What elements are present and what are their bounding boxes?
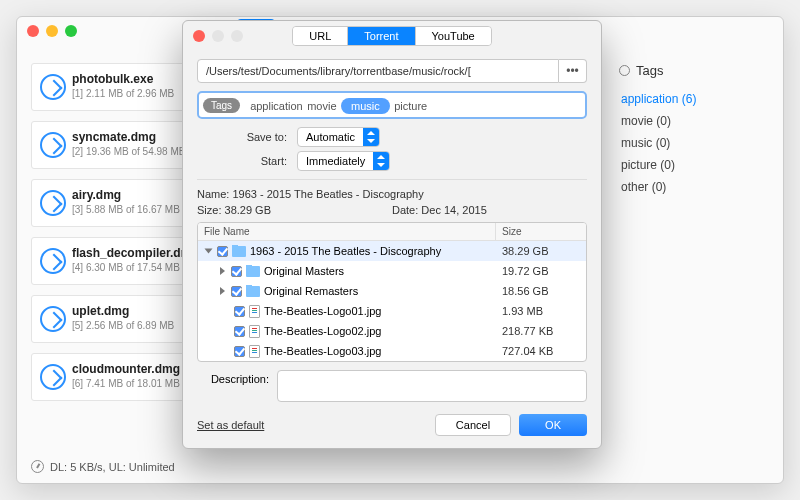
cancel-button[interactable]: Cancel [435, 414, 511, 436]
name-label: Name: [197, 188, 229, 200]
tag-selector[interactable]: Tags application movie music picture [197, 91, 587, 119]
size-value: 38.29 GB [225, 204, 271, 216]
download-progress-icon [40, 364, 66, 390]
download-name: cloudmounter.dmg [72, 362, 200, 376]
dialog-close-icon[interactable] [193, 30, 205, 42]
path-input[interactable] [197, 59, 559, 83]
file-icon [249, 325, 260, 338]
download-name: photobulk.exe [72, 72, 200, 86]
download-name: airy.dmg [72, 188, 200, 202]
download-progress-icon [40, 248, 66, 274]
window-controls [27, 25, 77, 37]
col-filename[interactable]: File Name [198, 223, 496, 240]
file-size: 727.04 KB [496, 345, 586, 357]
file-tree: File Name Size 1963 - 2015 The Beatles -… [197, 222, 587, 362]
file-row[interactable]: The-Beatles-Logo01.jpg1.93 MB [198, 301, 586, 321]
file-name: 1963 - 2015 The Beatles - Discography [250, 245, 441, 257]
dialog-minimize-icon [212, 30, 224, 42]
save-to-select[interactable]: Automatic [297, 127, 380, 147]
download-progress-icon [40, 306, 66, 332]
file-name: The-Beatles-Logo02.jpg [264, 325, 381, 337]
download-stats: [6] 7.41 MB of 18.01 MB [72, 378, 200, 389]
dialog-titlebar: URL Torrent YouTube [183, 21, 601, 51]
file-row[interactable]: Original Masters19.72 GB [198, 261, 586, 281]
download-name: flash_decompiler.dmg [72, 246, 200, 260]
tag-filter-music[interactable]: music (0) [619, 132, 769, 154]
tab-youtube[interactable]: YouTube [415, 27, 491, 45]
gauge-icon [31, 460, 44, 473]
download-stats: [1] 2.11 MB of 2.96 MB [72, 88, 200, 99]
status-text: DL: 5 KB/s, UL: Unlimited [50, 461, 175, 473]
file-row[interactable]: The-Beatles-Logo02.jpg218.77 KB [198, 321, 586, 341]
file-size: 18.56 GB [496, 285, 586, 297]
file-size: 218.77 KB [496, 325, 586, 337]
date-value: Dec 14, 2015 [421, 204, 486, 216]
file-checkbox[interactable] [234, 346, 245, 357]
date-label: Date: [392, 204, 418, 216]
disclosure-triangle-icon[interactable] [220, 267, 225, 275]
tags-label-chip: Tags [203, 98, 240, 113]
download-stats: [5] 2.56 MB of 6.89 MB [72, 320, 200, 331]
tag-filter-application[interactable]: application (6) [619, 88, 769, 110]
chevron-updown-icon [363, 128, 379, 146]
dialog-zoom-icon [231, 30, 243, 42]
description-label: Description: [197, 370, 277, 385]
file-checkbox[interactable] [231, 286, 242, 297]
tag-filter-picture[interactable]: picture (0) [619, 154, 769, 176]
folder-icon [246, 286, 260, 297]
file-name: Original Remasters [264, 285, 358, 297]
zoom-icon[interactable] [65, 25, 77, 37]
start-label: Start: [197, 155, 297, 167]
file-icon [249, 305, 260, 318]
file-row[interactable]: Original Remasters18.56 GB [198, 281, 586, 301]
tags-header: Tags [619, 63, 769, 78]
file-name: Original Masters [264, 265, 344, 277]
file-checkbox[interactable] [234, 326, 245, 337]
start-select[interactable]: Immediately [297, 151, 390, 171]
file-size: 38.29 GB [496, 245, 586, 257]
file-checkbox[interactable] [217, 246, 228, 257]
size-label: Size: [197, 204, 221, 216]
tags-icon [619, 65, 630, 76]
add-torrent-dialog: URL Torrent YouTube ••• Tags application… [182, 20, 602, 449]
set-default-link[interactable]: Set as default [197, 419, 264, 431]
name-value: 1963 - 2015 The Beatles - Discography [232, 188, 423, 200]
file-row[interactable]: 1963 - 2015 The Beatles - Discography38.… [198, 241, 586, 261]
save-to-label: Save to: [197, 131, 297, 143]
folder-icon [246, 266, 260, 277]
tag-option-music[interactable]: music [341, 98, 390, 114]
tab-torrent[interactable]: Torrent [347, 27, 414, 45]
tags-sidebar: Tags application (6)movie (0)music (0)pi… [619, 63, 769, 198]
download-stats: [4] 6.30 MB of 17.54 MB [72, 262, 200, 273]
download-progress-icon [40, 74, 66, 100]
download-stats: [3] 5.88 MB of 16.67 MB [72, 204, 200, 215]
tag-filter-other[interactable]: other (0) [619, 176, 769, 198]
description-input[interactable] [277, 370, 587, 402]
tag-filter-movie[interactable]: movie (0) [619, 110, 769, 132]
download-name: uplet.dmg [72, 304, 200, 318]
col-size[interactable]: Size [496, 223, 586, 240]
tag-option-application[interactable]: application [250, 100, 303, 112]
file-checkbox[interactable] [234, 306, 245, 317]
minimize-icon[interactable] [46, 25, 58, 37]
disclosure-triangle-icon[interactable] [220, 287, 225, 295]
browse-button[interactable]: ••• [559, 59, 587, 83]
download-progress-icon [40, 132, 66, 158]
folder-icon [232, 246, 246, 257]
tab-url[interactable]: URL [293, 27, 347, 45]
download-name: syncmate.dmg [72, 130, 200, 144]
ok-button[interactable]: OK [519, 414, 587, 436]
chevron-updown-icon [373, 152, 389, 170]
file-row[interactable]: The-Beatles-Logo03.jpg727.04 KB [198, 341, 586, 361]
close-icon[interactable] [27, 25, 39, 37]
file-checkbox[interactable] [231, 266, 242, 277]
download-progress-icon [40, 190, 66, 216]
status-bar: DL: 5 KB/s, UL: Unlimited [31, 460, 175, 473]
source-tabs: URL Torrent YouTube [292, 26, 492, 46]
file-icon [249, 345, 260, 358]
disclosure-triangle-icon[interactable] [205, 249, 213, 254]
file-name: The-Beatles-Logo03.jpg [264, 345, 381, 357]
tag-option-picture[interactable]: picture [394, 100, 427, 112]
file-name: The-Beatles-Logo01.jpg [264, 305, 381, 317]
tag-option-movie[interactable]: movie [307, 100, 336, 112]
